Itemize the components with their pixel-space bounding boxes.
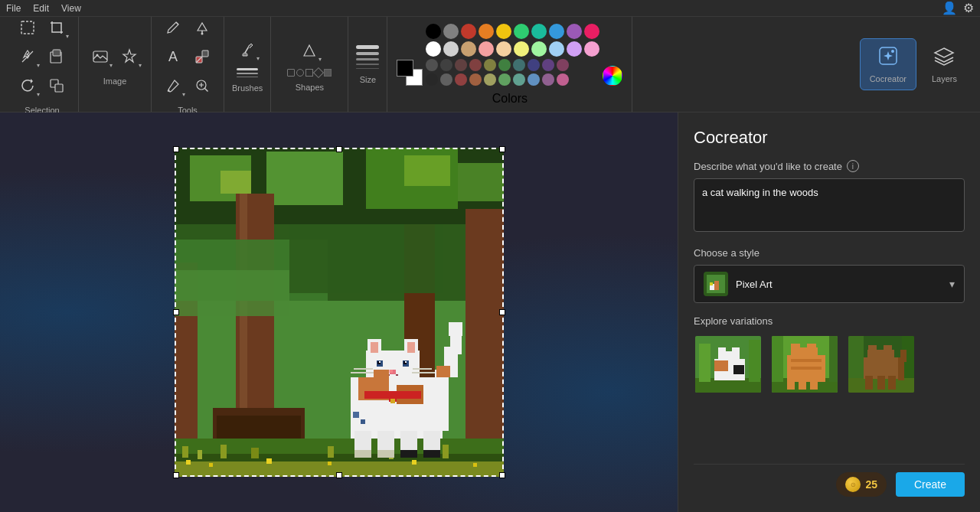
svg-rect-9 <box>202 51 208 57</box>
toolbar-group-image: ▾ ▾ Image <box>79 17 152 112</box>
color-darkblue[interactable] <box>528 59 540 71</box>
color-seafoam[interactable] <box>513 73 525 86</box>
color-darkgray[interactable] <box>426 59 438 71</box>
svg-rect-53 <box>371 342 378 353</box>
color-white[interactable] <box>426 41 441 57</box>
tool-crop[interactable]: ▾ <box>43 14 70 41</box>
style-chevron-icon: ▾ <box>949 278 955 290</box>
cocreator-tool[interactable]: Cocreator <box>860 38 916 90</box>
color-lightpurple[interactable] <box>567 41 582 57</box>
svg-rect-110 <box>807 344 816 354</box>
svg-rect-100 <box>732 347 740 357</box>
color-teal[interactable] <box>531 24 547 39</box>
profile-icon[interactable]: 👤 <box>942 1 957 15</box>
describe-info-icon[interactable]: i <box>847 160 859 172</box>
color-yellow[interactable] <box>496 24 511 39</box>
fg-color-box[interactable] <box>397 60 413 77</box>
coin-badge: ⊙ 25 <box>836 472 887 497</box>
tool-resize[interactable] <box>43 72 70 99</box>
color-tan[interactable] <box>461 41 476 57</box>
color-steelblue[interactable] <box>528 73 540 86</box>
tool-rotate[interactable]: ▾ <box>14 72 41 99</box>
color-pink[interactable] <box>584 24 599 39</box>
color-olive[interactable] <box>484 59 496 71</box>
color-blue[interactable] <box>549 24 564 39</box>
color-darkgreen[interactable] <box>498 59 511 71</box>
svg-rect-79 <box>435 370 449 431</box>
color-picker-rainbow[interactable] <box>603 66 622 86</box>
color-lightgreen[interactable] <box>531 41 547 57</box>
variation-thumb-3[interactable] <box>847 334 916 394</box>
color-green[interactable] <box>514 24 529 39</box>
menu-edit[interactable]: Edit <box>33 3 49 14</box>
image-tools-grid: ▾ ▾ <box>87 43 143 70</box>
canvas-area[interactable] <box>0 113 678 512</box>
color-medgray[interactable] <box>440 73 452 86</box>
color-khaki[interactable] <box>484 73 496 86</box>
svg-rect-102 <box>733 365 744 374</box>
color-lightred[interactable] <box>479 41 494 57</box>
svg-rect-117 <box>791 367 822 370</box>
menu-file[interactable]: File <box>6 3 21 14</box>
tool-text[interactable]: A <box>159 43 187 70</box>
color-sage[interactable] <box>498 73 511 86</box>
svg-rect-109 <box>791 344 800 354</box>
color-gray[interactable] <box>443 24 459 39</box>
color-brown[interactable] <box>469 59 482 71</box>
color-lightyellow[interactable] <box>514 41 529 57</box>
tool-eraser[interactable] <box>188 43 216 70</box>
svg-point-7 <box>201 33 204 35</box>
tool-brushes[interactable]: ▾ <box>234 36 261 64</box>
svg-rect-94 <box>710 282 713 285</box>
colors-section: Colors <box>387 17 632 112</box>
color-black[interactable] <box>426 24 441 39</box>
color-lightorange[interactable] <box>496 41 511 57</box>
style-dropdown[interactable]: Pixel Art ▾ <box>694 265 965 303</box>
color-rose[interactable] <box>557 73 569 86</box>
svg-rect-60 <box>405 361 407 363</box>
color-darkpink[interactable] <box>557 59 569 71</box>
color-copper[interactable] <box>469 73 482 86</box>
color-orange[interactable] <box>479 24 494 39</box>
color-darkgray2[interactable] <box>440 59 452 71</box>
svg-rect-0 <box>21 21 34 34</box>
tool-color-pick[interactable]: ▾ <box>159 72 187 99</box>
variation-thumb-2[interactable] <box>770 334 839 394</box>
color-lightblue[interactable] <box>549 41 564 57</box>
color-darkbrown[interactable] <box>455 59 467 71</box>
colors-row-2 <box>426 41 599 57</box>
tool-pencil[interactable] <box>159 14 187 41</box>
create-button[interactable]: Create <box>896 472 965 497</box>
menu-view[interactable]: View <box>61 3 81 14</box>
svg-rect-104 <box>749 340 760 382</box>
color-dkred2[interactable] <box>455 73 467 86</box>
svg-rect-21 <box>220 171 251 194</box>
image-label: Image <box>103 77 127 86</box>
tool-zoom[interactable] <box>188 72 216 99</box>
describe-textarea[interactable]: a cat walking in the woods <box>694 178 965 232</box>
svg-rect-76 <box>377 450 394 458</box>
tool-image-effects[interactable]: ▾ <box>116 43 143 70</box>
tool-ai-image[interactable]: ▾ <box>87 43 114 70</box>
tool-image-paste[interactable] <box>43 43 70 70</box>
color-purple[interactable] <box>567 24 582 39</box>
svg-rect-114 <box>772 336 783 382</box>
svg-rect-38 <box>220 445 227 458</box>
tool-select-rect[interactable] <box>14 14 41 41</box>
svg-rect-66 <box>354 368 373 370</box>
svg-rect-112 <box>799 378 806 390</box>
color-darkteal[interactable] <box>513 59 525 71</box>
color-vdark[interactable] <box>426 73 438 86</box>
color-red[interactable] <box>461 24 476 39</box>
tool-shapes[interactable]: ▾ <box>296 37 323 64</box>
svg-rect-82 <box>449 322 462 336</box>
color-lightpink[interactable] <box>584 41 599 57</box>
settings-icon[interactable]: ⚙ <box>963 1 974 15</box>
tool-fill[interactable] <box>188 14 216 41</box>
variation-thumb-1[interactable] <box>694 334 763 394</box>
color-lightgray[interactable] <box>443 41 459 57</box>
color-darkpurple[interactable] <box>542 59 554 71</box>
layers-tool[interactable]: Layers <box>923 39 966 90</box>
color-mauve[interactable] <box>542 73 554 86</box>
tool-magic-select[interactable]: ▾ <box>14 43 41 70</box>
